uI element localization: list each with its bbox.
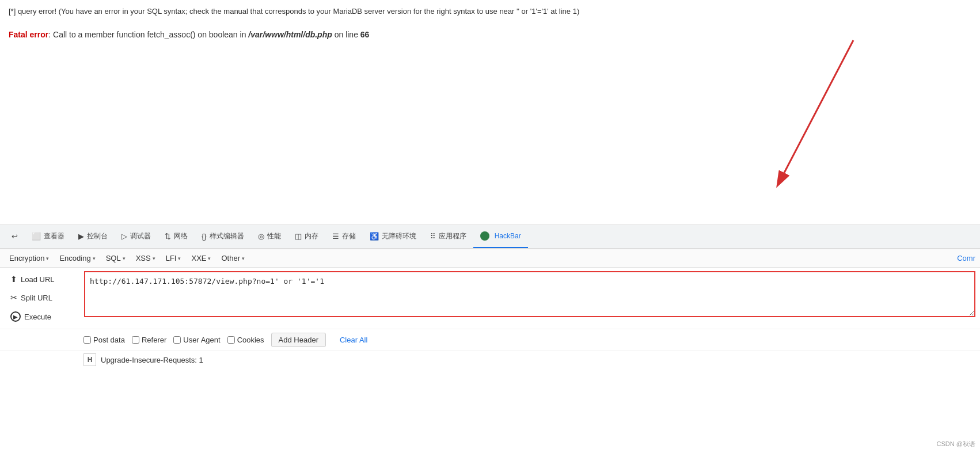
load-url-icon: ⬆ bbox=[10, 275, 17, 284]
devtools-tab-performance[interactable]: ◎ 性能 bbox=[251, 225, 288, 248]
devtools-tab-back[interactable]: ↩ bbox=[5, 225, 25, 248]
application-icon: ⠿ bbox=[430, 232, 436, 241]
memory-label: 内存 bbox=[305, 231, 318, 241]
xss-menu[interactable]: XSS ▾ bbox=[131, 252, 160, 265]
other-menu[interactable]: Other ▾ bbox=[216, 252, 249, 265]
post-data-checkbox[interactable] bbox=[83, 336, 91, 344]
user-agent-label: User Agent bbox=[183, 336, 220, 344]
hackbar-header-row: H Upgrade-Insecure-Requests: 1 bbox=[0, 351, 980, 368]
devtools-tab-hackbar[interactable]: HackBar bbox=[473, 225, 528, 248]
performance-icon: ◎ bbox=[258, 232, 264, 241]
devtools-toolbar: ↩ ⬜ 查看器 ▶ 控制台 ▷ 调试器 ⇅ 网络 {} 样式编辑器 ◎ 性能 ◫… bbox=[0, 224, 980, 249]
storage-label: 存储 bbox=[342, 231, 356, 241]
referer-label: Referer bbox=[142, 336, 166, 344]
console-icon: ▶ bbox=[78, 232, 84, 241]
back-icon: ↩ bbox=[12, 232, 18, 241]
xss-chevron-icon: ▾ bbox=[153, 256, 155, 261]
devtools-tab-network[interactable]: ⇅ 网络 bbox=[158, 225, 195, 248]
main-content: [*] query error! (You have an error in y… bbox=[0, 0, 980, 224]
cookies-checkbox-label[interactable]: Cookies bbox=[227, 336, 264, 344]
cookies-checkbox[interactable] bbox=[227, 336, 235, 344]
sql-menu-label: SQL bbox=[106, 254, 121, 262]
network-label: 网络 bbox=[174, 231, 188, 241]
lfi-menu[interactable]: LFI ▾ bbox=[161, 252, 186, 265]
xxe-menu[interactable]: XXE ▾ bbox=[187, 252, 215, 265]
svg-line-1 bbox=[784, 40, 853, 173]
execute-button[interactable]: ▶ Execute bbox=[5, 308, 79, 325]
load-url-button[interactable]: ⬆ Load URL bbox=[5, 271, 79, 287]
devtools-tab-debugger[interactable]: ▷ 调试器 bbox=[115, 225, 158, 248]
performance-label: 性能 bbox=[267, 231, 281, 241]
style-editor-icon: {} bbox=[202, 232, 207, 241]
devtools-tab-storage[interactable]: ☰ 存储 bbox=[325, 225, 363, 248]
other-menu-label: Other bbox=[221, 254, 240, 262]
encryption-menu-label: Encryption bbox=[9, 254, 44, 262]
xss-menu-label: XSS bbox=[136, 254, 151, 262]
execute-play-icon: ▶ bbox=[10, 311, 21, 322]
error-line2: Fatal error: Call to a member function f… bbox=[9, 29, 971, 41]
debugger-icon: ▷ bbox=[121, 232, 127, 241]
load-url-label: Load URL bbox=[21, 275, 55, 284]
error-line1: [*] query error! (You have an error in y… bbox=[9, 6, 971, 17]
encoding-chevron-icon: ▾ bbox=[93, 256, 96, 261]
devtools-tab-application[interactable]: ⠿ 应用程序 bbox=[423, 225, 473, 248]
encoding-menu[interactable]: Encoding ▾ bbox=[55, 252, 100, 265]
error2-text: : Call to a member function fetch_assoc(… bbox=[48, 30, 248, 39]
user-agent-checkbox-label[interactable]: User Agent bbox=[173, 336, 220, 344]
storage-icon: ☰ bbox=[332, 232, 339, 241]
execute-label: Execute bbox=[24, 313, 51, 321]
console-label: 控制台 bbox=[87, 231, 108, 241]
split-url-button[interactable]: ✂ Split URL bbox=[5, 290, 79, 306]
lfi-chevron-icon: ▾ bbox=[178, 256, 181, 261]
error2-line-number: 66 bbox=[360, 30, 370, 39]
accessibility-icon: ♿ bbox=[370, 232, 379, 241]
url-input-wrapper bbox=[84, 271, 975, 319]
encryption-chevron-icon: ▾ bbox=[46, 256, 49, 261]
hackbar-menubar: Encryption ▾ Encoding ▾ SQL ▾ XSS ▾ LFI … bbox=[0, 249, 980, 268]
devtools-tab-style-editor[interactable]: {} 样式编辑器 bbox=[195, 225, 251, 248]
devtools-tab-inspector[interactable]: ⬜ 查看器 bbox=[25, 225, 71, 248]
xxe-menu-label: XXE bbox=[191, 254, 206, 262]
post-data-label: Post data bbox=[93, 336, 125, 344]
hackbar-post-area: Post data Referer User Agent Cookies Add… bbox=[0, 329, 980, 351]
header-h-badge: H bbox=[83, 353, 96, 366]
hackbar-url-area: ⬆ Load URL ✂ Split URL ▶ Execute bbox=[0, 268, 980, 329]
sql-menu[interactable]: SQL ▾ bbox=[101, 252, 130, 265]
referer-checkbox[interactable] bbox=[132, 336, 139, 344]
add-header-label: Add Header bbox=[279, 336, 318, 344]
hackbar-dot-icon bbox=[480, 231, 489, 241]
application-label: 应用程序 bbox=[439, 231, 466, 241]
cookies-label: Cookies bbox=[237, 336, 264, 344]
fatal-error-label: Fatal error bbox=[9, 30, 48, 39]
red-arrow-annotation bbox=[750, 35, 865, 196]
user-agent-checkbox[interactable] bbox=[173, 336, 181, 344]
inspector-icon: ⬜ bbox=[32, 232, 41, 241]
encryption-menu[interactable]: Encryption ▾ bbox=[5, 252, 54, 265]
community-link[interactable]: Comr bbox=[957, 254, 975, 262]
hackbar-panel: Encryption ▾ Encoding ▾ SQL ▾ XSS ▾ LFI … bbox=[0, 249, 980, 368]
debugger-label: 调试器 bbox=[130, 231, 151, 241]
lfi-menu-label: LFI bbox=[166, 254, 177, 262]
referer-checkbox-label[interactable]: Referer bbox=[132, 336, 166, 344]
add-header-button[interactable]: Add Header bbox=[271, 333, 326, 347]
split-url-icon: ✂ bbox=[10, 293, 17, 302]
error2-path: /var/www/html/db.php bbox=[248, 30, 332, 39]
clear-all-button[interactable]: Clear All bbox=[333, 333, 374, 347]
memory-icon: ◫ bbox=[295, 232, 302, 241]
encoding-menu-label: Encoding bbox=[59, 254, 90, 262]
devtools-tab-memory[interactable]: ◫ 内存 bbox=[288, 225, 325, 248]
clear-all-label: Clear All bbox=[340, 336, 367, 344]
sql-chevron-icon: ▾ bbox=[123, 256, 126, 261]
header-value: Upgrade-Insecure-Requests: 1 bbox=[101, 356, 203, 364]
accessibility-label: 无障碍环境 bbox=[382, 231, 416, 241]
inspector-label: 查看器 bbox=[44, 231, 64, 241]
devtools-tab-console[interactable]: ▶ 控制台 bbox=[71, 225, 115, 248]
devtools-tab-accessibility[interactable]: ♿ 无障碍环境 bbox=[363, 225, 423, 248]
other-chevron-icon: ▾ bbox=[242, 256, 245, 261]
hackbar-tab-label: HackBar bbox=[495, 232, 521, 240]
xxe-chevron-icon: ▾ bbox=[208, 256, 211, 261]
url-input[interactable] bbox=[84, 271, 975, 317]
error2-line-prefix: on line bbox=[332, 30, 360, 39]
split-url-label: Split URL bbox=[21, 294, 52, 302]
post-data-checkbox-label[interactable]: Post data bbox=[83, 336, 125, 344]
